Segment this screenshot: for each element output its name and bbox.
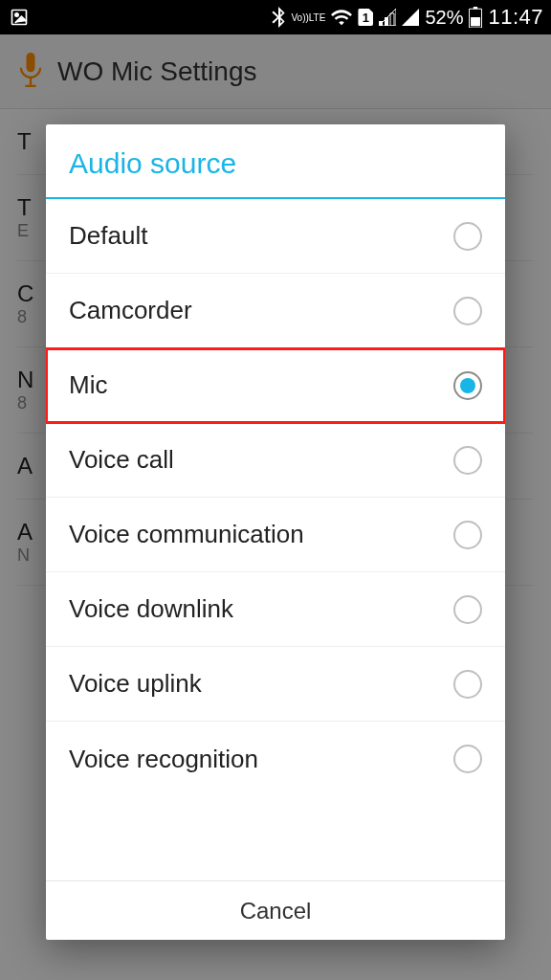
option-label: Camcorder <box>69 296 192 325</box>
option-label: Voice communication <box>69 520 304 549</box>
option-label: Voice uplink <box>69 669 202 699</box>
clock: 11:47 <box>488 5 543 30</box>
radio-icon[interactable] <box>453 446 482 475</box>
radio-icon[interactable] <box>453 670 482 699</box>
battery-percent: 52% <box>425 7 463 29</box>
radio-icon[interactable] <box>453 595 482 624</box>
picture-icon <box>10 8 29 27</box>
bluetooth-icon <box>272 7 285 28</box>
svg-rect-0 <box>12 11 27 25</box>
option-voice-downlink[interactable]: Voice downlink <box>46 572 505 647</box>
radio-icon[interactable] <box>453 521 482 549</box>
option-voice-recognition[interactable]: Voice recognition <box>46 722 505 796</box>
radio-icon[interactable] <box>453 745 482 773</box>
wifi-icon <box>331 9 352 26</box>
battery-icon <box>469 7 482 28</box>
radio-icon[interactable] <box>453 297 482 325</box>
option-label: Voice recognition <box>69 745 258 774</box>
signal-2-icon <box>402 9 419 26</box>
option-voice-uplink[interactable]: Voice uplink <box>46 647 505 722</box>
dialog-actions: Cancel <box>46 880 505 940</box>
option-voice-call[interactable]: Voice call <box>46 423 505 498</box>
option-voice-communication[interactable]: Voice communication <box>46 498 505 572</box>
radio-icon[interactable] <box>453 222 482 251</box>
option-label: Voice downlink <box>69 594 233 624</box>
option-mic[interactable]: Mic <box>46 348 505 423</box>
signal-1-icon <box>379 9 396 26</box>
option-camcorder[interactable]: Camcorder <box>46 274 505 348</box>
sim-card-icon: 1 <box>358 9 373 26</box>
option-label: Voice call <box>69 445 174 475</box>
svg-rect-3 <box>474 7 477 9</box>
volte-icon: Vo))LTE <box>291 13 325 22</box>
option-label: Default <box>69 221 147 251</box>
option-default[interactable]: Default <box>46 199 505 274</box>
dialog-title: Audio source <box>46 124 505 199</box>
radio-icon[interactable] <box>453 371 482 400</box>
audio-source-dialog: Audio source DefaultCamcorderMicVoice ca… <box>46 124 505 940</box>
option-list: DefaultCamcorderMicVoice callVoice commu… <box>46 199 505 880</box>
cancel-button[interactable]: Cancel <box>46 881 505 940</box>
option-label: Mic <box>69 370 107 400</box>
svg-rect-4 <box>471 17 480 26</box>
status-bar: Vo))LTE 1 52% 11:47 <box>0 0 551 34</box>
svg-point-1 <box>15 13 18 16</box>
